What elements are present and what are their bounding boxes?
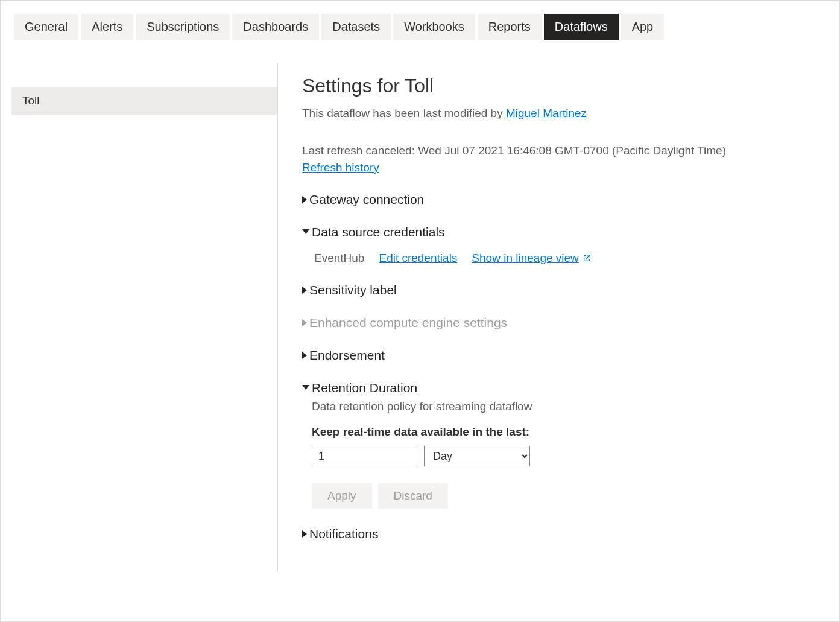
section-endorsement: Endorsement <box>302 348 815 363</box>
credentials-row: EventHub Edit credentials Show in lineag… <box>314 252 815 265</box>
retention-value-input[interactable] <box>312 446 415 466</box>
apply-button[interactable]: Apply <box>312 483 372 509</box>
section-endorsement-header[interactable]: Endorsement <box>302 348 815 363</box>
last-refresh-line: Last refresh canceled: Wed Jul 07 2021 1… <box>302 144 815 157</box>
modified-prefix: This dataflow has been last modified by <box>302 107 506 119</box>
modified-user-link[interactable]: Miguel Martinez <box>506 107 587 119</box>
show-lineage-label: Show in lineage view <box>472 252 578 265</box>
section-compute-title: Enhanced compute engine settings <box>309 316 507 330</box>
section-retention-header[interactable]: Retention Duration <box>302 381 815 395</box>
section-notifications: Notifications <box>302 527 815 541</box>
tab-app[interactable]: App <box>621 14 665 40</box>
tab-alerts[interactable]: Alerts <box>81 14 133 40</box>
section-notifications-title: Notifications <box>309 527 378 541</box>
section-notifications-header[interactable]: Notifications <box>302 527 815 541</box>
section-retention: Retention Duration Data retention policy… <box>302 381 815 509</box>
section-compute: Enhanced compute engine settings <box>302 316 815 330</box>
section-sensitivity-header[interactable]: Sensitivity label <box>302 283 815 297</box>
section-retention-title: Retention Duration <box>312 381 417 395</box>
section-gateway: Gateway connection <box>302 192 815 207</box>
caret-right-icon <box>302 319 307 326</box>
show-lineage-link[interactable]: Show in lineage view <box>472 252 590 265</box>
caret-right-icon <box>302 352 307 359</box>
modified-by-line: This dataflow has been last modified by … <box>302 107 815 120</box>
retention-keep-label: Keep real-time data available in the las… <box>312 425 815 439</box>
tab-dataflows[interactable]: Dataflows <box>544 14 619 40</box>
section-gateway-header[interactable]: Gateway connection <box>302 192 815 207</box>
section-sensitivity: Sensitivity label <box>302 283 815 297</box>
section-compute-header: Enhanced compute engine settings <box>302 316 815 330</box>
section-sensitivity-title: Sensitivity label <box>309 283 397 297</box>
caret-right-icon <box>302 196 307 203</box>
section-credentials-title: Data source credentials <box>312 225 445 240</box>
caret-right-icon <box>302 530 307 538</box>
retention-unit-select[interactable]: Day <box>424 446 530 466</box>
caret-down-icon <box>302 385 309 390</box>
tab-datasets[interactable]: Datasets <box>321 14 391 40</box>
tab-subscriptions[interactable]: Subscriptions <box>136 14 230 40</box>
sidebar: Toll <box>1 63 278 571</box>
caret-right-icon <box>302 287 307 294</box>
tab-general[interactable]: General <box>14 14 78 40</box>
refresh-history-link[interactable]: Refresh history <box>302 161 379 174</box>
tab-dashboards[interactable]: Dashboards <box>232 14 319 40</box>
discard-button[interactable]: Discard <box>378 483 448 509</box>
main-panel: Settings for Toll This dataflow has been… <box>278 63 839 571</box>
page-title: Settings for Toll <box>302 75 815 97</box>
section-endorsement-title: Endorsement <box>309 348 385 363</box>
tab-reports[interactable]: Reports <box>478 14 542 40</box>
section-credentials: Data source credentials EventHub Edit cr… <box>302 225 815 265</box>
tab-workbooks[interactable]: Workbooks <box>393 14 475 40</box>
external-link-icon <box>583 254 591 262</box>
retention-subtitle: Data retention policy for streaming data… <box>312 400 815 413</box>
section-gateway-title: Gateway connection <box>309 192 424 207</box>
edit-credentials-link[interactable]: Edit credentials <box>379 252 457 265</box>
tab-bar: General Alerts Subscriptions Dashboards … <box>1 1 839 40</box>
caret-down-icon <box>302 229 309 234</box>
section-credentials-header[interactable]: Data source credentials <box>302 225 815 240</box>
sidebar-item-toll[interactable]: Toll <box>11 87 277 115</box>
credentials-source-label: EventHub <box>314 252 364 265</box>
